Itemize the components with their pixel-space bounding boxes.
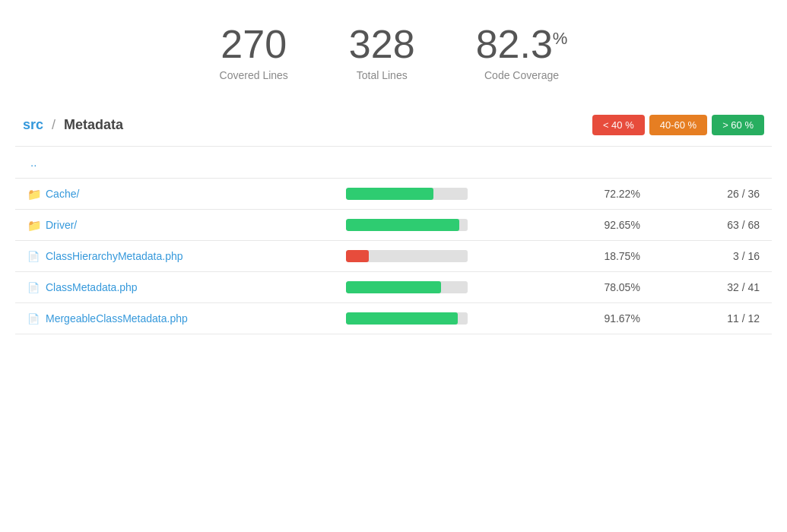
file-link[interactable]: MergeableClassMetadata.php (27, 312, 322, 325)
progress-bar-fill (346, 281, 441, 293)
progress-bar (346, 250, 468, 262)
coverage-table: .. Cache/ 72.22% 26 / 36 (15, 146, 772, 334)
breadcrumb-separator: / (52, 117, 56, 132)
file-icon (27, 281, 40, 293)
covered-lines-label: Covered Lines (220, 69, 288, 81)
file-icon (27, 250, 40, 262)
file-name: Cache/ (46, 188, 79, 200)
progress-bar (346, 219, 468, 231)
code-coverage-value: 82.3% (476, 23, 568, 66)
breadcrumb: src / Metadata (23, 117, 123, 133)
progress-bar-fill (346, 312, 458, 325)
table-row: Driver/ 92.65% 63 / 68 (15, 210, 772, 241)
breadcrumb-current: Metadata (64, 117, 123, 132)
stats-section: 270 Covered Lines 328 Total Lines 82.3% … (0, 0, 787, 97)
coverage-ratio: 63 / 68 (652, 210, 772, 241)
progress-bar (346, 188, 468, 200)
table-row: ClassHierarchyMetadata.php 18.75% 3 / 16 (15, 241, 772, 272)
legend-high-badge: > 60 % (712, 115, 764, 135)
file-name: ClassHierarchyMetadata.php (46, 250, 183, 262)
coverage-table-container: .. Cache/ 72.22% 26 / 36 (0, 146, 787, 334)
total-lines-value: 328 (349, 23, 415, 66)
coverage-pct: 72.22% (533, 179, 652, 210)
table-row: .. (15, 147, 772, 179)
coverage-pct: 18.75% (533, 241, 652, 272)
code-coverage-stat: 82.3% Code Coverage (476, 23, 568, 81)
file-icon (27, 312, 40, 325)
file-name: MergeableClassMetadata.php (46, 312, 188, 325)
coverage-pct: 78.05% (533, 272, 652, 303)
file-link[interactable]: ClassMetadata.php (27, 281, 322, 293)
file-name: ClassMetadata.php (46, 281, 138, 293)
table-row: ClassMetadata.php 78.05% 32 / 41 (15, 272, 772, 303)
coverage-ratio: 3 / 16 (652, 241, 772, 272)
total-lines-stat: 328 Total Lines (349, 23, 415, 81)
legend-mid-badge: 40-60 % (649, 115, 707, 135)
coverage-ratio: 11 / 12 (652, 303, 772, 334)
breadcrumb-bar: src / Metadata < 40 % 40-60 % > 60 % (0, 104, 787, 146)
progress-bar-fill (346, 250, 369, 262)
progress-bar (346, 281, 468, 293)
covered-lines-stat: 270 Covered Lines (220, 23, 288, 81)
folder-icon (27, 219, 40, 231)
legend-badges: < 40 % 40-60 % > 60 % (592, 115, 764, 135)
folder-icon (27, 188, 40, 200)
legend-low-badge: < 40 % (592, 115, 645, 135)
file-link[interactable]: Driver/ (27, 219, 322, 231)
table-row: MergeableClassMetadata.php 91.67% 11 / 1… (15, 303, 772, 334)
breadcrumb-link-src[interactable]: src (23, 117, 43, 132)
coverage-ratio: 26 / 36 (652, 179, 772, 210)
progress-bar-fill (346, 188, 433, 200)
file-link[interactable]: ClassHierarchyMetadata.php (27, 250, 322, 262)
file-link[interactable]: Cache/ (27, 188, 322, 200)
coverage-pct: 92.65% (533, 210, 652, 241)
progress-bar (346, 312, 468, 325)
coverage-pct: 91.67% (533, 303, 652, 334)
covered-lines-value: 270 (220, 23, 288, 66)
file-name: Driver/ (46, 219, 77, 231)
progress-bar-fill (346, 219, 459, 231)
table-row: Cache/ 72.22% 26 / 36 (15, 179, 772, 210)
coverage-ratio: 32 / 41 (652, 272, 772, 303)
parent-dir-link[interactable]: .. (27, 156, 36, 169)
total-lines-label: Total Lines (349, 69, 415, 81)
code-coverage-label: Code Coverage (476, 69, 568, 81)
